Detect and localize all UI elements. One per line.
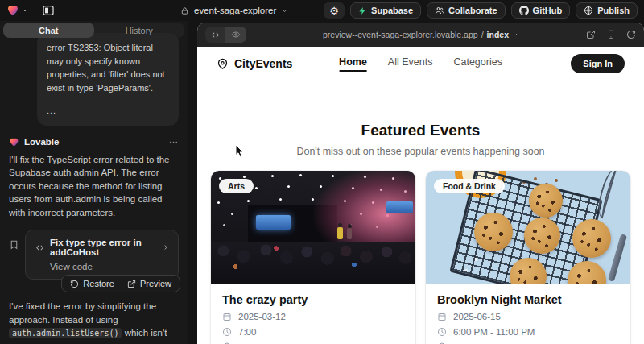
url-page: index: [487, 30, 509, 39]
nav-home[interactable]: Home: [339, 56, 367, 72]
map-pin-icon: [217, 58, 229, 70]
hero-section: Featured Events Don't miss out on these …: [197, 122, 644, 157]
featured-cards: Arts The crazy party 2025-03-12 7: [197, 171, 644, 344]
message-2-text: I've fixed the error by simplifying the …: [9, 301, 156, 325]
event-date-row: 2025-03-12: [222, 312, 404, 321]
site-header: CityEvents Home All Events Categories Si…: [197, 47, 644, 81]
collaborate-label: Collaborate: [448, 6, 497, 15]
chat-panel: Chat History error TS2353: Object litera…: [0, 21, 188, 344]
github-button[interactable]: GitHub: [511, 2, 571, 19]
url-host: preview--event-saga-explorer.lovable.app: [323, 30, 478, 39]
open-external-icon[interactable]: [586, 30, 596, 39]
restore-label: Restore: [83, 279, 114, 288]
restore-icon: [70, 280, 79, 288]
chevron-down-icon: [22, 7, 28, 14]
top-bar: event-saga-explorer ⚙ Supabase Collabora…: [0, 0, 644, 21]
chevron-right-icon: [162, 243, 170, 251]
tool-card[interactable]: Fix type type error in addCoHost View co…: [25, 230, 179, 280]
event-image-conference: Arts: [211, 171, 415, 284]
code-icon: [211, 31, 220, 39]
settings-button[interactable]: ⚙: [324, 2, 345, 19]
eye-icon: [231, 30, 241, 39]
gear-icon: ⚙: [329, 6, 339, 16]
site-preview: CityEvents Home All Events Categories Si…: [197, 47, 644, 344]
event-date: 2025-03-12: [238, 312, 286, 321]
site-brand[interactable]: CityEvents: [217, 57, 292, 70]
assistant-message-1: I'll fix the TypeScript error related to…: [9, 153, 179, 220]
github-icon: [519, 6, 529, 15]
view-code-link[interactable]: View code: [50, 262, 170, 271]
lovable-menu[interactable]: [6, 4, 28, 17]
preview-label: Preview: [140, 279, 171, 288]
chat-messages: error TS2353: Object literal may only sp…: [0, 33, 188, 344]
restore-button[interactable]: Restore: [64, 277, 120, 290]
category-badge: Food & Drink: [434, 179, 505, 193]
site-brand-name: CityEvents: [234, 57, 292, 70]
inline-code: auth.admin.listUsers(): [9, 328, 122, 338]
collaborate-users-icon: [435, 6, 444, 15]
publish-globe-icon: [584, 6, 593, 15]
user-message-bubble: error TS2353: Object literal may only sp…: [37, 33, 179, 126]
nav-all-events[interactable]: All Events: [388, 56, 433, 72]
github-label: GitHub: [533, 6, 563, 15]
site-nav: Home All Events Categories: [339, 56, 502, 72]
supabase-label: Supabase: [371, 6, 413, 15]
collaborate-button[interactable]: Collaborate: [427, 2, 506, 19]
event-title: The crazy party: [222, 293, 404, 306]
mobile-view-icon[interactable]: [606, 30, 616, 39]
event-time: 7:00: [238, 327, 256, 337]
nav-categories[interactable]: Categories: [453, 56, 502, 72]
more-options-icon[interactable]: [168, 137, 179, 147]
bookmark-icon[interactable]: [9, 230, 25, 250]
event-card[interactable]: Food & Drink Brooklyn Night Market 2025-…: [426, 171, 630, 344]
tool-row: Fix type type error in addCoHost View co…: [9, 230, 179, 280]
chevron-down-icon: [512, 31, 518, 38]
preview-window: preview--event-saga-explorer.lovable.app…: [197, 23, 644, 344]
category-badge: Arts: [219, 179, 254, 193]
url-bar[interactable]: preview--event-saga-explorer.lovable.app…: [270, 23, 572, 47]
code-icon: [35, 243, 44, 252]
preview-external-icon: [127, 280, 136, 288]
refresh-icon[interactable]: [626, 30, 636, 39]
supabase-bolt-icon: [358, 6, 367, 15]
assistant-name: Lovable: [24, 137, 59, 147]
supabase-button[interactable]: Supabase: [350, 2, 421, 19]
event-image-cookies: Food & Drink: [426, 171, 630, 284]
calendar-icon: [437, 312, 447, 321]
preview-toolbar: preview--event-saga-explorer.lovable.app…: [197, 23, 644, 47]
chevron-down-icon: [281, 7, 288, 15]
hero-title: Featured Events: [197, 122, 644, 139]
hero-subtitle: Don't miss out on these popular events h…: [197, 146, 644, 157]
preview-view-button[interactable]: [225, 27, 246, 43]
clock-icon: [437, 327, 447, 337]
message-hover-actions: Restore Preview: [61, 275, 180, 292]
event-time-row: 7:00: [222, 327, 404, 337]
url-separator: /: [481, 30, 484, 39]
lovable-logo-icon: [9, 137, 19, 147]
event-title: Brooklyn Night Market: [437, 293, 619, 306]
publish-label: Publish: [597, 6, 630, 15]
error-text: error TS2353: Object literal may only sp…: [47, 41, 169, 94]
clock-icon: [222, 327, 232, 337]
event-time-row: 6:00 PM - 11:00 PM: [437, 327, 619, 337]
view-mode-toggle: [205, 27, 246, 43]
tab-history[interactable]: History: [94, 23, 185, 38]
sign-in-button[interactable]: Sign In: [571, 54, 625, 73]
assistant-message-2: I've fixed the error by simplifying the …: [9, 300, 179, 344]
project-switcher[interactable]: event-saga-explorer: [180, 0, 288, 21]
event-date: 2025-06-15: [453, 312, 501, 321]
panel-toggle-icon: [42, 4, 55, 17]
ellipsis-text: ...: [47, 104, 169, 118]
tool-card-title: Fix type type error in addCoHost: [50, 238, 156, 257]
lovable-logo-icon: [6, 4, 19, 17]
preview-button[interactable]: Preview: [122, 277, 177, 290]
code-view-button[interactable]: [205, 27, 225, 43]
event-time: 6:00 PM - 11:00 PM: [453, 327, 535, 337]
panel-toggle-button[interactable]: [39, 2, 57, 19]
tab-chat[interactable]: Chat: [3, 23, 94, 38]
publish-button[interactable]: Publish: [576, 2, 638, 19]
project-name: event-saga-explorer: [194, 6, 276, 15]
event-card[interactable]: Arts The crazy party 2025-03-12 7: [211, 171, 415, 344]
assistant-header: Lovable: [9, 137, 179, 147]
lock-icon: [180, 6, 189, 15]
